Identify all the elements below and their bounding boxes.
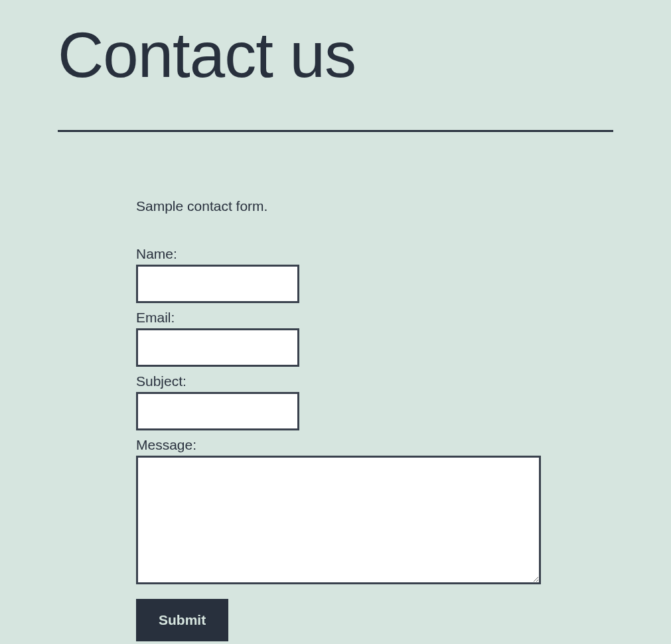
name-label: Name: xyxy=(136,246,613,262)
page-title: Contact us xyxy=(58,20,613,90)
email-field-group: Email: xyxy=(136,310,613,367)
message-field-group: Message: xyxy=(136,437,613,587)
message-label: Message: xyxy=(136,437,613,453)
form-intro: Sample contact form. xyxy=(136,198,613,214)
submit-button[interactable]: Submit xyxy=(136,599,228,641)
subject-field-group: Subject: xyxy=(136,373,613,430)
contact-form: Sample contact form. Name: Email: Subjec… xyxy=(58,132,613,641)
name-input[interactable] xyxy=(136,265,299,303)
name-field-group: Name: xyxy=(136,246,613,303)
email-input[interactable] xyxy=(136,328,299,367)
subject-label: Subject: xyxy=(136,373,613,389)
subject-input[interactable] xyxy=(136,392,299,430)
email-label: Email: xyxy=(136,310,613,326)
message-input[interactable] xyxy=(136,456,541,584)
